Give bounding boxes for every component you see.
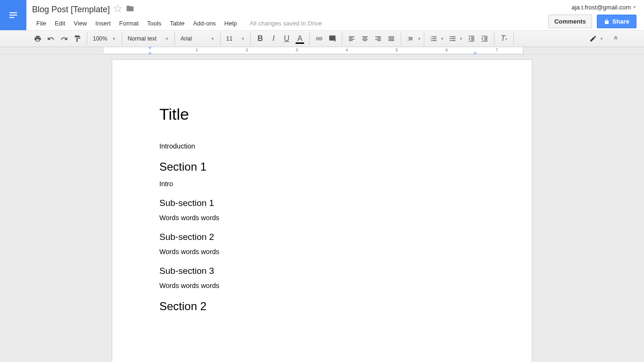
svg-rect-2 [9, 17, 14, 18]
doc-paragraph[interactable]: Words words words [159, 282, 485, 289]
align-right-button[interactable] [372, 33, 385, 45]
comments-button[interactable]: Comments [548, 15, 592, 28]
align-left-button[interactable] [345, 33, 358, 45]
toolbar-group-font: Arial▼ [175, 32, 221, 45]
collapse-toolbar-button[interactable] [609, 33, 622, 45]
right-indent-marker[interactable] [473, 51, 478, 54]
toolbar-group-collapse [606, 32, 625, 45]
underline-button[interactable]: U [280, 33, 293, 45]
doc-heading-2[interactable]: Section 1 [159, 160, 485, 173]
font-size-select[interactable]: 11▼ [223, 33, 248, 45]
toolbar-group-style: Normal text▼ [122, 32, 175, 45]
menu-tools[interactable]: Tools [143, 18, 165, 29]
line-spacing-button[interactable] [404, 33, 417, 45]
toolbar-group-actions [28, 32, 87, 45]
bold-button[interactable]: B [254, 33, 267, 45]
italic-button[interactable]: I [267, 33, 280, 45]
ruler-number: 7 [495, 48, 498, 52]
chevron-down-icon[interactable]: ▼ [459, 37, 463, 41]
ruler-number: 2 [246, 48, 248, 52]
font-select[interactable]: Arial▼ [178, 33, 217, 45]
toolbar-group-format: B I U A [251, 32, 310, 45]
paragraph-style-select[interactable]: Normal text▼ [125, 33, 172, 45]
doc-paragraph[interactable]: Words words words [159, 248, 485, 255]
svg-marker-3 [115, 5, 122, 12]
paint-format-button[interactable] [71, 33, 84, 45]
ruler-number: 1 [196, 48, 198, 52]
ruler-number: 6 [446, 48, 448, 52]
chevron-down-icon: ▼ [112, 37, 116, 41]
chevron-down-icon[interactable]: ▼ [440, 37, 444, 41]
increase-indent-button[interactable] [478, 33, 491, 45]
menu-addons[interactable]: Add-ons [189, 18, 220, 29]
menubar: File Edit View Insert Format Tools Table… [32, 17, 548, 29]
share-button[interactable]: Share [597, 15, 636, 28]
menu-table[interactable]: Table [165, 18, 189, 29]
toolbar-group-align [342, 32, 401, 45]
left-indent-marker[interactable] [148, 51, 152, 54]
doc-paragraph[interactable]: Intro [159, 180, 485, 188]
chevron-down-icon: ▼ [165, 37, 169, 41]
toolbar-group-lists: ▼ ▼ [424, 32, 495, 45]
save-status: All changes saved in Drive [250, 20, 322, 27]
zoom-select[interactable]: 100%▼ [90, 33, 119, 45]
doc-heading-2[interactable]: Section 2 [159, 300, 485, 313]
chevron-down-icon: ▼ [211, 37, 215, 41]
toolbar-group-insert [310, 32, 342, 45]
menu-file[interactable]: File [32, 18, 50, 29]
insert-link-button[interactable] [313, 33, 326, 45]
svg-rect-0 [9, 12, 17, 13]
toolbar-group-spacing: ▼ [401, 32, 424, 45]
bulleted-list-button[interactable] [446, 33, 459, 45]
toolbar-group-mode: ▼ [584, 32, 606, 45]
header-content: Blog Post [Template] File Edit View Inse… [26, 0, 548, 29]
menu-view[interactable]: View [69, 18, 91, 29]
first-line-indent-marker[interactable] [148, 47, 152, 49]
page[interactable]: Title Introduction Section 1 Intro Sub-s… [112, 59, 532, 362]
document-title[interactable]: Blog Post [Template] [32, 5, 110, 15]
header: Blog Post [Template] File Edit View Inse… [0, 0, 644, 30]
print-button[interactable] [31, 33, 44, 45]
align-center-button[interactable] [358, 33, 372, 45]
redo-button[interactable] [58, 33, 71, 45]
numbered-list-button[interactable] [427, 33, 440, 45]
doc-paragraph[interactable]: Words words words [159, 214, 485, 222]
insert-comment-button[interactable] [326, 33, 339, 45]
menu-insert[interactable]: Insert [91, 18, 115, 29]
ruler-number: 5 [396, 48, 398, 52]
toolbar: 100%▼ Normal text▼ Arial▼ 11▼ B I U A ▼ … [0, 30, 644, 47]
doc-heading-3[interactable]: Sub-section 3 [159, 266, 485, 276]
chevron-down-icon[interactable]: ▼ [417, 37, 421, 41]
menu-help[interactable]: Help [220, 18, 241, 29]
horizontal-ruler[interactable]: 1 2 3 4 5 6 7 [103, 47, 523, 54]
text-color-button[interactable]: A [293, 33, 306, 45]
title-row: Blog Post [Template] [32, 4, 548, 15]
chevron-down-icon[interactable]: ▼ [600, 37, 603, 41]
toolbar-group-clear: Tx [495, 32, 514, 45]
document-canvas[interactable]: Title Introduction Section 1 Intro Sub-s… [0, 55, 644, 362]
editing-mode-button[interactable] [586, 33, 600, 45]
chevron-down-icon: ▼ [633, 5, 636, 9]
toolbar-group-size: 11▼ [221, 32, 251, 45]
menu-edit[interactable]: Edit [50, 18, 69, 29]
doc-title-heading[interactable]: Title [159, 105, 485, 123]
menu-format[interactable]: Format [115, 18, 143, 29]
align-justify-button[interactable] [385, 33, 398, 45]
folder-icon[interactable] [126, 4, 134, 15]
clear-formatting-button[interactable]: Tx [497, 33, 511, 45]
doc-heading-3[interactable]: Sub-section 2 [159, 232, 485, 242]
toolbar-group-zoom: 100%▼ [87, 32, 122, 45]
lock-icon [604, 19, 610, 25]
decrease-indent-button[interactable] [465, 33, 478, 45]
doc-paragraph[interactable]: Introduction [159, 142, 485, 150]
star-icon[interactable] [114, 4, 122, 15]
docs-app-icon[interactable] [0, 0, 26, 30]
undo-button[interactable] [44, 33, 58, 45]
ruler-number: 3 [296, 48, 298, 52]
share-label: Share [612, 18, 629, 25]
doc-heading-3[interactable]: Sub-section 1 [159, 198, 485, 208]
ruler-number: 4 [346, 48, 348, 52]
chevron-down-icon: ▼ [241, 37, 245, 41]
ruler-area: 1 2 3 4 5 6 7 [0, 47, 644, 55]
user-email[interactable]: aja.t.frost@gmail.com▼ [571, 4, 636, 11]
